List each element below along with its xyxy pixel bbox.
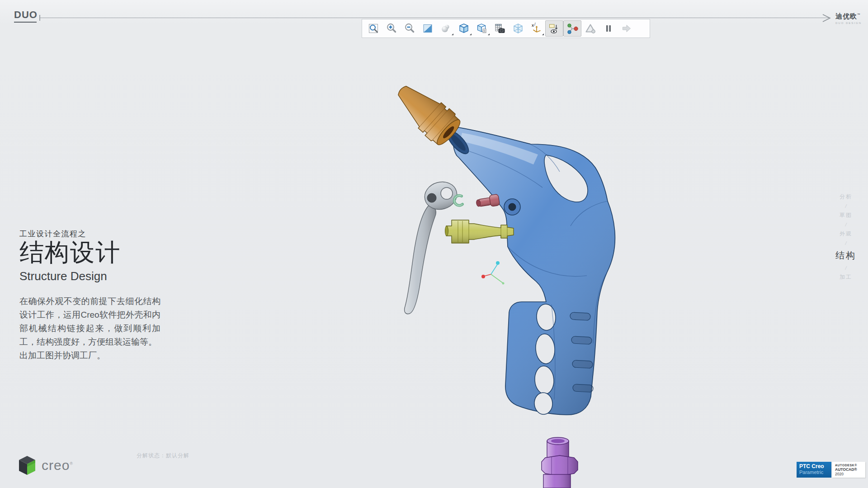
ptc-badge-line2: Parametric [799, 469, 829, 475]
ptc-creo-badge: PTC Creo Parametric [797, 462, 831, 478]
pivot-boss [504, 199, 520, 215]
triad-x-point [481, 275, 485, 278]
nav-separator: / [845, 203, 846, 209]
autodesk-badge-line1: AUTODESK® [835, 463, 863, 467]
nav-item-machining[interactable]: 加工 [840, 273, 852, 281]
nav-item-analysis[interactable]: 分析 [840, 193, 852, 201]
body-paragraph: 在确保外观不变的前提下去细化结构设计工作，运用Creo软件把外壳和内部机械结构链… [19, 295, 160, 349]
nav-item-structure[interactable]: 结构 [835, 249, 856, 262]
nav-separator: / [845, 240, 846, 246]
creo-logo: creo® [18, 455, 73, 476]
body-paragraph-2: 出加工图并协调工厂。 [19, 349, 160, 362]
triad-y-point [496, 261, 500, 265]
csys-triad[interactable] [481, 261, 505, 285]
nav-item-appearance[interactable]: 外观 [840, 230, 852, 238]
autodesk-badge-line2: AUTOCAD® [835, 467, 863, 472]
part-trigger-lever[interactable] [405, 178, 460, 314]
slide: DUO 迪优欧™ DUO DESIGN [0, 0, 868, 488]
part-inlet-fitting[interactable] [542, 437, 578, 488]
creo-cube-icon [18, 455, 36, 476]
part-pin[interactable] [476, 194, 500, 209]
page-subtitle: Structure Design [19, 269, 160, 283]
nav-item-sketch[interactable]: 草图 [840, 211, 852, 219]
autodesk-badge-line3: 2020 [835, 472, 863, 476]
workflow-nav: 分析 / 草图 / 外观 / 结构 / 加工 [831, 192, 861, 282]
part-gun-body[interactable] [444, 127, 615, 415]
triad-z-point [502, 282, 505, 285]
creo-logo-text: creo® [42, 458, 73, 473]
triad-z-axis [491, 274, 503, 283]
explode-status-text: 分解状态：默认分解 [137, 452, 189, 460]
triad-x-axis [484, 274, 491, 276]
software-badges: PTC Creo Parametric AUTODESK® AUTOCAD® 2… [797, 462, 865, 478]
registered-mark: ® [70, 461, 73, 466]
fitting-top-bore [551, 439, 565, 443]
valve-end-face [445, 226, 448, 236]
page-title: 结构设计 [19, 239, 160, 265]
lever-dark-hole [427, 193, 436, 202]
part-valve-stem[interactable] [445, 220, 514, 243]
autodesk-badge: AUTODESK® AUTOCAD® 2020 [832, 462, 865, 478]
triad-y-axis [491, 264, 498, 274]
nav-separator: / [845, 222, 846, 227]
ptc-badge-line1: PTC Creo [799, 464, 829, 469]
part-retaining-clip[interactable] [454, 196, 462, 206]
content-block: 工业设计全流程之 结构设计 Structure Design 在确保外观不变的前… [19, 229, 160, 362]
lever-ring-hole [441, 188, 453, 199]
nav-separator: / [845, 265, 846, 271]
kicker-text: 工业设计全流程之 [19, 229, 160, 239]
